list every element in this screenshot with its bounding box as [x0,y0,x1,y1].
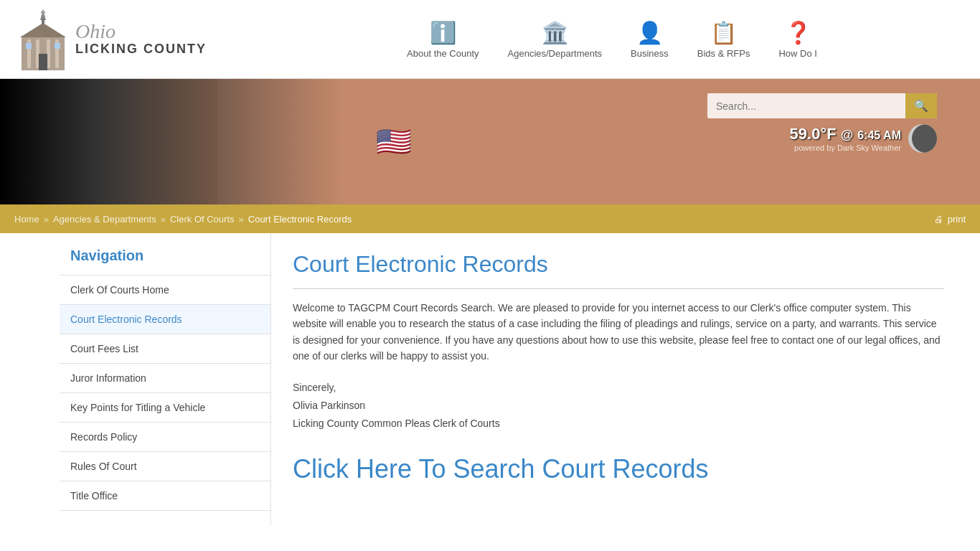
nav-business-label: Business [631,48,669,59]
search-icon: 🔍 [914,100,928,112]
flag-icon: 🇺🇸 [372,79,415,204]
nav-howdoi-label: How Do I [778,48,816,59]
weather-at: @ [841,128,854,143]
business-icon: 👤 [636,20,663,45]
moon-icon [908,124,937,153]
signature-line3: Licking County Common Pleas Clerk of Cou… [293,415,944,433]
sidebar-item-court-fees[interactable]: Court Fees List [60,334,270,364]
search-input[interactable] [707,95,905,118]
nav-agencies[interactable]: 🏛️ Agencies/Departments [508,20,603,59]
howdoi-icon: ❓ [785,20,811,45]
sidebar-item-clerk-home[interactable]: Clerk Of Courts Home [60,276,270,305]
header: Ohio Licking County ℹ️ About the County … [0,0,980,79]
content-divider [293,288,944,289]
svg-rect-4 [41,11,45,13]
weather-temperature: 59.0°F [790,125,837,143]
nav-bids[interactable]: 📋 Bids & RFPs [697,20,750,59]
about-icon: ℹ️ [430,20,456,45]
nav-about-label: About the County [407,48,479,59]
breadcrumb: Home » Agencies & Departments » Clerk Of… [14,214,352,225]
breadcrumb-sep-3: » [239,214,244,225]
print-label: print [948,214,966,225]
nav-business[interactable]: 👤 Business [631,20,669,59]
logo-building-icon [14,7,72,72]
sidebar-title: Navigation [60,248,270,276]
print-button[interactable]: 🖨 print [934,214,966,225]
search-weather-box: 🔍 59.0°F @ 6:45 AM powered by Dark Sky W… [707,93,937,153]
content-area: Court Electronic Records Welcome to TAGC… [271,233,966,502]
svg-rect-13 [55,43,60,49]
breadcrumb-current: Court Electronic Records [248,214,352,225]
weather-time: 6:45 AM [857,129,901,142]
logo-text: Ohio Licking County [75,22,207,57]
nav-howdoi[interactable]: ❓ How Do I [778,20,816,59]
breadcrumb-home[interactable]: Home [14,214,39,225]
search-bar[interactable]: 🔍 [707,93,937,118]
breadcrumb-clerk[interactable]: Clerk Of Courts [170,214,235,225]
signature: Sincerely, Olivia Parkinson Licking Coun… [293,379,944,433]
sidebar: Navigation Clerk Of Courts Home Court El… [60,233,271,525]
breadcrumb-sep-2: » [161,214,166,225]
sidebar-item-key-points[interactable]: Key Points for Titling a Vehicle [60,393,270,423]
search-button[interactable]: 🔍 [905,93,937,118]
breadcrumb-sep-1: » [44,214,49,225]
main-layout: Navigation Clerk Of Courts Home Court El… [0,233,980,542]
signature-line1: Sincerely, [293,379,944,397]
nav-about[interactable]: ℹ️ About the County [407,20,479,59]
weather-box: 59.0°F @ 6:45 AM powered by Dark Sky Wea… [790,124,937,153]
logo-ohio-text: Ohio [75,22,207,42]
breadcrumb-agencies[interactable]: Agencies & Departments [53,214,156,225]
logo-wrap [14,7,72,72]
signature-line2: Olivia Parkinson [293,397,944,415]
nav-bids-label: Bids & RFPs [697,48,750,59]
sidebar-item-juror-info[interactable]: Juror Information [60,364,270,393]
search-records-link[interactable]: Click Here To Search Court Records [293,454,709,484]
weather-credit: powered by Dark Sky Weather [794,143,901,152]
nav-agencies-label: Agencies/Departments [508,48,603,59]
sidebar-item-title-office[interactable]: Title Office [60,481,270,511]
sidebar-item-records-policy[interactable]: Records Policy [60,423,270,452]
breadcrumb-bar: Home » Agencies & Departments » Clerk Of… [0,204,980,233]
hero-banner: 🇺🇸 🔍 59.0°F @ 6:45 AM powered by Dark Sk… [0,79,980,204]
page-title: Court Electronic Records [293,251,944,278]
main-nav: ℹ️ About the County 🏛️ Agencies/Departme… [258,20,966,59]
svg-rect-11 [39,54,47,70]
bids-icon: 📋 [710,20,737,45]
logo-county-text: Licking County [75,42,207,57]
print-icon: 🖨 [934,214,943,225]
logo-area: Ohio Licking County [14,7,258,72]
sidebar-item-court-electronic[interactable]: Court Electronic Records [60,305,270,334]
svg-rect-12 [26,43,32,49]
sidebar-item-rules-court[interactable]: Rules Of Court [60,452,270,481]
content-body: Welcome to TAGCPM Court Records Search. … [293,300,944,364]
agencies-icon: 🏛️ [542,20,568,45]
